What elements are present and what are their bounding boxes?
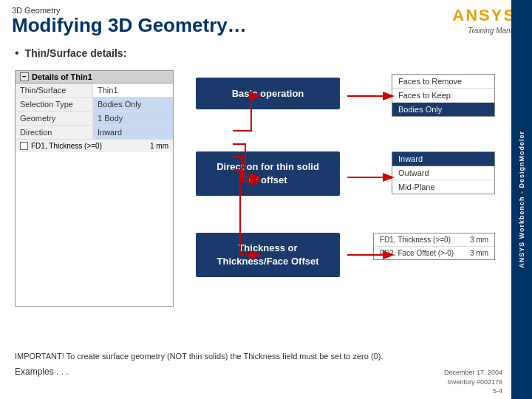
ansys-logo-text: ANSYS [452, 6, 516, 25]
section-header: • Thin/Surface details: [15, 47, 502, 60]
examples-text: Examples . . . [15, 366, 502, 377]
thickness-list-panel: FD1, Thickness (>=0)3 mm FD2, Face Offse… [373, 233, 495, 260]
table-row: FD1, Thickness (>=0) 1 mm [16, 140, 173, 152]
list-item[interactable]: Faces to Keep [392, 89, 494, 103]
footer-page: 5-4 [444, 386, 502, 396]
list-item[interactable]: Bodies Only [392, 103, 494, 116]
page-title: Modifying 3D Geometry… [12, 15, 247, 36]
list-item[interactable]: Outward [392, 166, 494, 180]
bullet-icon: • [15, 47, 19, 60]
content-area: − Details of Thin1 Thin/Surface Thin1 Se… [15, 70, 502, 307]
bottom-section: IMPORTANT! To create surface geometry (N… [15, 350, 502, 378]
title-block: 3D Geometry Modifying 3D Geometry… [12, 6, 247, 36]
list-item[interactable]: Faces to Remove [392, 75, 494, 89]
list-item[interactable]: Mid-Plane [392, 180, 494, 194]
direction-box: Direction for thin solidor offset [196, 151, 340, 196]
row-value: 1 Body [93, 112, 173, 125]
section-title: Thin/Surface details: [25, 47, 127, 59]
header-right: ANSYS ® Training Manual [452, 6, 520, 35]
direction-list-panel: Inward Outward Mid-Plane [392, 151, 495, 194]
thickness-box: Thickness orThickness/Face Offset [196, 233, 340, 277]
page-header: 3D Geometry Modifying 3D Geometry… ANSYS… [0, 0, 532, 39]
row-value: Bodies Only [93, 98, 173, 111]
operations-area: Basic operation Direction for thin solid… [174, 70, 502, 307]
main-content: • Thin/Surface details: − Details of Thi… [0, 39, 532, 314]
table-row: Thin/Surface Thin1 [16, 83, 173, 98]
fd1-checkbox[interactable] [20, 142, 28, 150]
fd1-label: FD1, Thickness (>=0) [31, 142, 102, 150]
table-row: Selection Type Bodies Only [16, 98, 173, 112]
row-label: Selection Type [16, 98, 93, 111]
row-label: Geometry [16, 112, 93, 125]
row-value: Thin1 [93, 83, 173, 97]
important-text: IMPORTANT! To create surface geometry (N… [15, 350, 502, 363]
fd1-value: 1 mm [150, 142, 168, 150]
details-title: Details of Thin1 [32, 72, 92, 81]
direction-label: Direction for thin solidor offset [216, 161, 319, 185]
footer-date: December 17, 2004 [444, 368, 502, 378]
row-label: Thin/Surface [16, 83, 93, 97]
collapse-icon[interactable]: − [20, 72, 29, 81]
list-item[interactable]: FD2, Face Offset (>-0)3 mm [374, 247, 494, 259]
faces-list-panel: Faces to Remove Faces to Keep Bodies Onl… [392, 74, 495, 117]
list-item[interactable]: Inward [392, 152, 494, 166]
details-header: − Details of Thin1 [16, 71, 173, 83]
checkbox-row: FD1, Thickness (>=0) 1 mm [16, 140, 173, 152]
basic-operation-box: Basic operation [196, 78, 340, 109]
table-row: Direction Inward [16, 126, 173, 140]
basic-operation-label: Basic operation [232, 88, 304, 99]
page-footer: December 17, 2004 Inventory #002176 5-4 [444, 368, 502, 396]
table-row: Geometry 1 Body [16, 112, 173, 126]
details-panel: − Details of Thin1 Thin/Surface Thin1 Se… [15, 70, 174, 307]
ansys-logo: ANSYS ® [452, 6, 520, 25]
footer-inventory: Inventory #002176 [444, 378, 502, 387]
thickness-label: Thickness orThickness/Face Offset [217, 242, 319, 267]
row-label: Direction [16, 126, 93, 139]
row-value: Inward [93, 126, 173, 139]
list-item[interactable]: FD1, Thickness (>=0)3 mm [374, 233, 494, 247]
